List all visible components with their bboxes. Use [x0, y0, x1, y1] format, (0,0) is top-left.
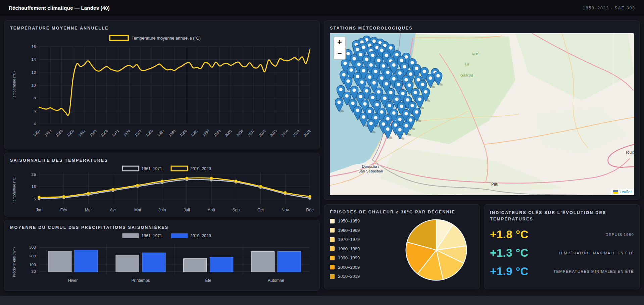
panel-title-precip: MOYENNE DU CUMUL DES PRÉCIPITATIONS SAIS… [10, 225, 314, 230]
pie-legend-item[interactable]: 1980–1989 [330, 246, 401, 251]
pie-legend-item[interactable]: 1960–1969 [330, 228, 401, 233]
svg-text:1983: 1983 [156, 129, 165, 138]
pie-legend-item[interactable]: 1990–1999 [330, 255, 401, 260]
svg-text:Oct: Oct [257, 208, 264, 212]
data-point [235, 180, 237, 183]
legend-label: 1980–1989 [338, 246, 360, 251]
indicator-value: +1.8 °C [490, 228, 529, 241]
leaflet-attribution-link[interactable]: Leaflet [620, 190, 632, 194]
station-marker-pin[interactable] [335, 98, 344, 112]
legend-swatch [330, 274, 335, 279]
left-column: TEMPÉRATURE MOYENNE ANNUELLE 46810121416… [4, 20, 320, 291]
svg-text:2013: 2013 [269, 129, 278, 138]
indicator-label: TEMPÉRATURES MINIMALES EN ÉTÉ [553, 269, 634, 273]
legend-swatch [330, 237, 335, 242]
leaflet-map[interactable]: Donostia / San Sebastián Pau Toulou urel… [330, 33, 634, 195]
data-point [308, 195, 311, 198]
legend-swatch [330, 246, 335, 251]
zoom-out-button[interactable]: − [334, 48, 345, 59]
pie-legend-item[interactable]: 2000–2009 [330, 265, 401, 270]
svg-text:2022: 2022 [303, 129, 312, 138]
svg-text:Juil: Juil [184, 208, 190, 212]
grid [39, 47, 310, 124]
svg-text:100: 100 [29, 262, 36, 267]
bar-Printemps-2010–2020 [142, 253, 165, 272]
svg-text:2019: 2019 [292, 129, 300, 138]
station-marker-pin[interactable] [366, 119, 376, 134]
svg-text:Automne: Automne [268, 278, 284, 283]
svg-text:Température moyenne annuelle (: Température moyenne annuelle (°C) [132, 36, 201, 41]
bar-Automne-1961–1971 [251, 252, 275, 272]
svg-text:300: 300 [29, 245, 36, 250]
panel-title-indicators: INDICATEURS CLÉS SUR L'ÉVOLUTION DES TEM… [490, 210, 611, 223]
header-meta: 1950–2022 · SAE 303 [583, 6, 635, 10]
svg-text:1977: 1977 [134, 129, 143, 138]
panel-heat-episodes: ÉPISODES DE CHALEUR ≥ 30°C PAR DÉCENNIE … [324, 204, 480, 289]
indicator-row: +1.3 °CTEMPÉRATURE MAXIMALE EN ÉTÉ [490, 247, 634, 259]
svg-text:14: 14 [32, 57, 36, 62]
panel-title-map: STATIONS MÉTÉOROLOGIQUES [330, 26, 634, 31]
data-point [186, 177, 188, 180]
svg-text:Déc: Déc [306, 208, 313, 212]
panel-seasonality: SAISONNALITÉ DES TEMPÉRATURES 51525JanFé… [4, 153, 320, 216]
svg-text:1962: 1962 [78, 129, 86, 138]
map-attribution: Leaflet [611, 189, 634, 195]
svg-text:6: 6 [34, 109, 36, 113]
pie-legend-item[interactable]: 1970–1979 [330, 237, 401, 242]
legend-swatch [330, 219, 335, 223]
svg-text:2004: 2004 [235, 129, 244, 138]
footer-strip [0, 296, 644, 305]
data-point [136, 184, 139, 187]
legend-label: 1990–1999 [338, 255, 360, 260]
pie-legend-item[interactable]: 1950–1959 [330, 218, 401, 223]
map-zoom-control: + − [333, 37, 346, 60]
zoom-in-button[interactable]: + [334, 37, 345, 48]
indicator-value: +1.9 °C [490, 265, 529, 278]
svg-text:Précipitations (mm): Précipitations (mm) [12, 247, 16, 277]
bar-Été-1961–1971 [184, 259, 207, 272]
svg-text:Juin: Juin [158, 208, 166, 212]
indicator-label: DEPUIS 1960 [605, 233, 634, 237]
bar-Hiver-2010–2020 [75, 250, 98, 272]
svg-text:1971: 1971 [111, 129, 120, 138]
top-header: Réchauffement climatique — Landes (40) 1… [0, 0, 644, 16]
seasonality-line-chart: 51525JanFévMarAvrMaiJuinJuilAoûSepOctNov… [10, 164, 314, 214]
svg-text:Mar: Mar [85, 208, 92, 212]
svg-text:16: 16 [32, 44, 36, 49]
svg-text:1986: 1986 [168, 129, 177, 138]
svg-text:1998: 1998 [213, 129, 221, 138]
legend-label: 2000–2009 [338, 265, 360, 270]
right-column: STATIONS MÉTÉOROLOGIQUES [324, 20, 640, 291]
svg-text:1968: 1968 [100, 129, 109, 138]
station-marker-pin[interactable] [395, 125, 404, 140]
legend-swatch-annual [110, 36, 128, 41]
svg-text:15: 15 [32, 184, 36, 189]
svg-text:12: 12 [32, 70, 36, 75]
legend-swatch [330, 228, 335, 233]
svg-text:1959: 1959 [66, 129, 75, 138]
panel-title-seasonal: SAISONNALITÉ DES TEMPÉRATURES [10, 158, 314, 163]
main-grid: TEMPÉRATURE MOYENNE ANNUELLE 46810121416… [0, 16, 644, 291]
svg-text:Aoû: Aoû [208, 208, 215, 212]
station-marker-pin[interactable] [383, 124, 392, 139]
panel-precipitation: MOYENNE DU CUMUL DES PRÉCIPITATIONS SAIS… [4, 220, 320, 291]
svg-text:1965: 1965 [89, 129, 97, 138]
data-point [38, 196, 41, 199]
svg-text:25: 25 [32, 172, 36, 177]
svg-text:Température (°C): Température (°C) [12, 71, 16, 99]
data-point [62, 195, 65, 198]
pie-legend-item[interactable]: 2010–2019 [330, 274, 401, 279]
svg-text:1992: 1992 [190, 129, 199, 138]
svg-text:200: 200 [29, 254, 36, 258]
svg-text:1953: 1953 [44, 129, 52, 138]
legend-label: 1970–1979 [338, 237, 360, 242]
station-markers-layer [330, 33, 634, 195]
svg-text:Nov: Nov [282, 208, 289, 212]
bar-Automne-2010–2020 [278, 252, 301, 272]
svg-text:Sep: Sep [232, 208, 240, 212]
panel-key-indicators: INDICATEURS CLÉS SUR L'ÉVOLUTION DES TEM… [484, 204, 640, 289]
legend-label: 1950–1959 [338, 218, 360, 223]
heat-body: 1950–19591960–19691970–19791980–19891990… [330, 217, 474, 283]
panel-title-annual: TEMPÉRATURE MOYENNE ANNUELLE [10, 26, 314, 31]
svg-text:Température (°C): Température (°C) [12, 176, 16, 203]
